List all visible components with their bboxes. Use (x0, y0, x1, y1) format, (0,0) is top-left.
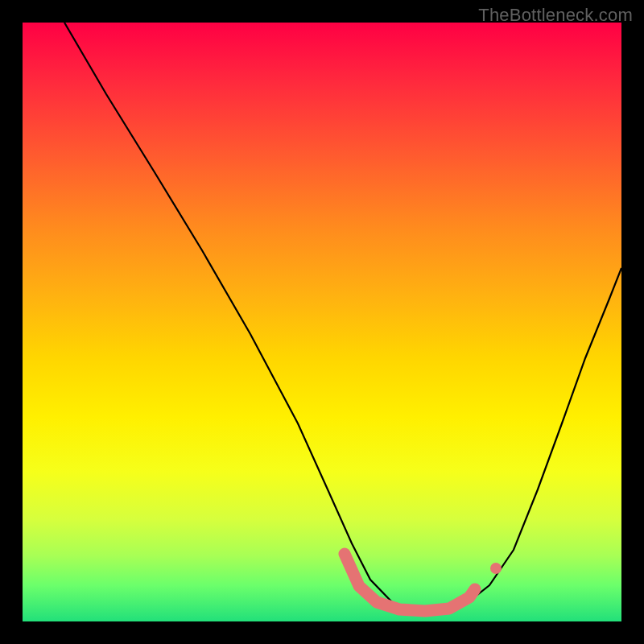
curve-path (64, 23, 621, 609)
recommendation-band-path (345, 554, 475, 611)
recommendation-dot (490, 563, 502, 574)
chart-frame: TheBottleneck.com (0, 0, 644, 644)
watermark-text: TheBottleneck.com (478, 5, 633, 26)
bottleneck-curve (23, 23, 621, 621)
plot-area (23, 23, 621, 621)
